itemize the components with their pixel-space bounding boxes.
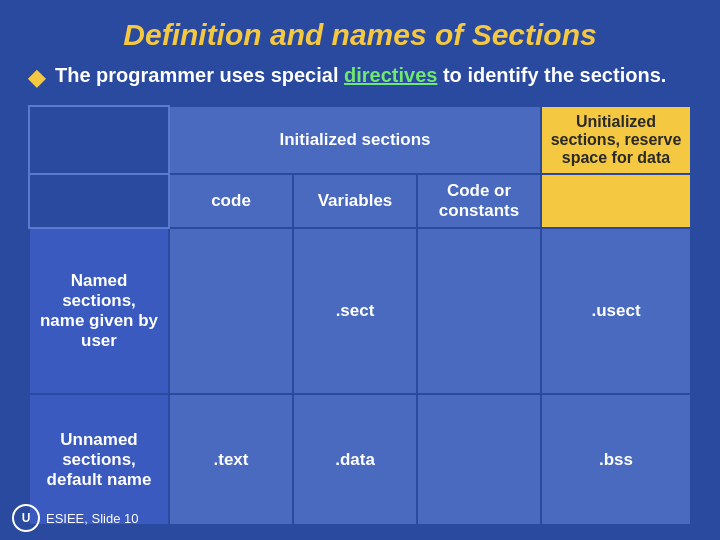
bullet-icon: ◆: [28, 65, 45, 91]
table-wrapper: Initialized sections Unitialized section…: [28, 105, 692, 526]
row2-col1: .text: [169, 394, 293, 525]
slide-container: Definition and names of Sections ◆ The p…: [0, 0, 720, 540]
header-uninitialized: Unitialized sections, reserve space for …: [541, 106, 691, 174]
row2-col4: .bss: [541, 394, 691, 525]
row-label-named: Named sections, name given by user: [29, 228, 169, 394]
footer-logo-text: U: [22, 511, 31, 525]
table-row-named: Named sections, name given by user .sect…: [29, 228, 691, 394]
col-header-variables: Variables: [293, 174, 417, 228]
row1-col4: .usect: [541, 228, 691, 394]
col-header-code: code: [169, 174, 293, 228]
bullet-highlight: directives: [344, 64, 437, 86]
row2-col3: [417, 394, 541, 525]
row2-col2: .data: [293, 394, 417, 525]
footer-logo: U: [12, 504, 40, 532]
bullet-text-before: The programmer uses special: [55, 64, 344, 86]
footer-text: ESIEE, Slide 10: [46, 511, 139, 526]
row1-col2: .sect: [293, 228, 417, 394]
bullet-text: The programmer uses special directives t…: [55, 64, 666, 87]
bullet-point: ◆ The programmer uses special directives…: [28, 64, 692, 91]
row1-col1: [169, 228, 293, 394]
row1-col3: [417, 228, 541, 394]
table-subheader-empty: [29, 174, 169, 228]
col-header-codeconst: Code or constants: [417, 174, 541, 228]
footer: U ESIEE, Slide 10: [12, 504, 139, 532]
subheader-uninitialized-empty: [541, 174, 691, 228]
table-corner-cell: [29, 106, 169, 174]
sections-table: Initialized sections Unitialized section…: [28, 105, 692, 526]
header-initialized: Initialized sections: [169, 106, 541, 174]
slide-title: Definition and names of Sections: [28, 18, 692, 52]
bullet-text-after: to identify the sections.: [437, 64, 666, 86]
